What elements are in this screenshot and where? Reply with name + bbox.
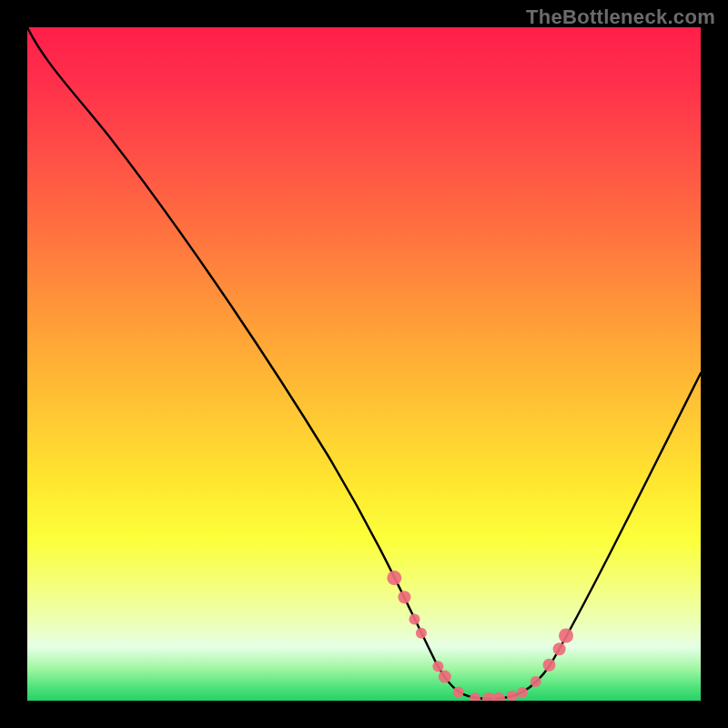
chart-frame: TheBottleneck.com — [0, 0, 728, 728]
data-marker — [432, 661, 443, 672]
data-marker — [507, 691, 518, 701]
data-marker — [398, 591, 410, 603]
data-marker — [410, 614, 420, 625]
data-marker — [517, 687, 528, 698]
data-marker — [553, 642, 566, 655]
data-marker — [416, 628, 427, 639]
data-marker — [470, 693, 480, 701]
data-marker — [453, 687, 464, 698]
data-marker — [543, 659, 556, 672]
data-marker — [559, 629, 573, 643]
data-marker — [492, 693, 505, 701]
chart-overlay — [27, 27, 701, 701]
data-marker — [439, 671, 451, 683]
data-marker — [387, 571, 401, 585]
data-markers — [387, 571, 573, 701]
bottleneck-curve — [27, 27, 701, 699]
watermark-text: TheBottleneck.com — [526, 5, 715, 29]
data-marker — [531, 676, 541, 687]
